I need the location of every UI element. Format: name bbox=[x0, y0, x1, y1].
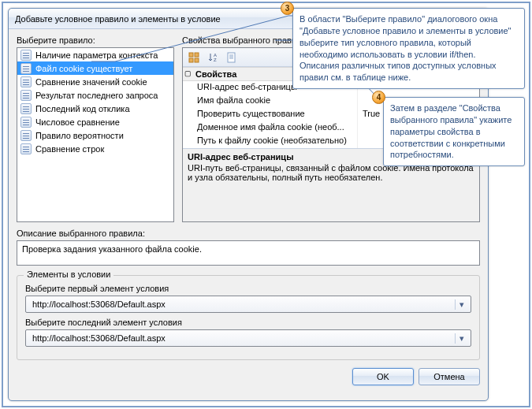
rule-icon bbox=[20, 143, 32, 154]
last-element-combo[interactable]: http://localhost:53068/Default.aspx ▾ bbox=[25, 329, 471, 347]
rule-icon bbox=[20, 103, 32, 114]
rule-item[interactable]: Числовое сравнение bbox=[17, 115, 173, 128]
rule-description-label: Описание выбранного правила: bbox=[17, 229, 480, 238]
last-element-label: Выберите последний элемент условия bbox=[25, 318, 471, 327]
annotated-figure: Добавьте условное правило и элементы в у… bbox=[2, 2, 530, 407]
rule-icon bbox=[20, 90, 32, 101]
rule-icon bbox=[20, 76, 32, 87]
svg-rect-0 bbox=[189, 53, 193, 57]
rule-item[interactable]: Сравнение значений cookie bbox=[17, 75, 173, 88]
rule-item-selected[interactable]: Файл cookie существует bbox=[17, 61, 173, 75]
sort-icon: AZ bbox=[207, 52, 218, 63]
properties-page-button[interactable] bbox=[224, 50, 240, 65]
cancel-button[interactable]: Отмена bbox=[419, 368, 480, 385]
callout-4: Затем в разделе "Свойства выбранного пра… bbox=[383, 97, 525, 166]
dialog-buttons: OK Отмена bbox=[17, 368, 480, 385]
rule-item[interactable]: Наличие параметра контекста bbox=[17, 48, 173, 61]
rule-item[interactable]: Сравнение строк bbox=[17, 142, 173, 155]
rule-list[interactable]: Наличие параметра контекста Файл cookie … bbox=[17, 47, 174, 222]
svg-rect-3 bbox=[195, 58, 199, 62]
first-element-label: Выберите первый элемент условия bbox=[25, 284, 471, 293]
rule-item[interactable]: Последний код отклика bbox=[17, 102, 173, 115]
svg-text:Z: Z bbox=[214, 58, 217, 62]
svg-rect-6 bbox=[228, 53, 235, 62]
chevron-down-icon: ▾ bbox=[455, 333, 467, 344]
rule-item[interactable]: Результат последнего запроса bbox=[17, 88, 173, 102]
rule-list-label: Выберите правило: bbox=[17, 35, 174, 45]
callout-3: В области "Выберите правило" диалогового… bbox=[292, 8, 525, 89]
chevron-down-icon: ▾ bbox=[455, 299, 467, 310]
ok-button[interactable]: OK bbox=[352, 368, 414, 385]
condition-elements-group: Элементы в условии Выберите первый элеме… bbox=[17, 275, 480, 360]
categorized-button[interactable] bbox=[186, 50, 202, 65]
rule-icon bbox=[20, 117, 32, 128]
svg-rect-2 bbox=[189, 58, 193, 62]
rule-item[interactable]: Правило вероятности bbox=[17, 128, 173, 142]
alphabetical-button[interactable]: AZ bbox=[205, 50, 221, 65]
callout-badge-4: 4 bbox=[372, 91, 385, 104]
svg-rect-1 bbox=[195, 53, 199, 57]
rule-icon bbox=[20, 50, 32, 61]
page-icon bbox=[226, 52, 237, 63]
group-legend: Элементы в условии bbox=[24, 270, 113, 279]
categorized-icon bbox=[188, 52, 199, 63]
callout-badge-3: 3 bbox=[281, 2, 294, 15]
first-element-combo[interactable]: http://localhost:53068/Default.aspx ▾ bbox=[25, 296, 471, 313]
rule-icon bbox=[20, 63, 32, 74]
rule-icon bbox=[20, 130, 32, 141]
rule-description-section: Описание выбранного правила: bbox=[17, 229, 480, 267]
rule-description-field bbox=[17, 240, 480, 266]
